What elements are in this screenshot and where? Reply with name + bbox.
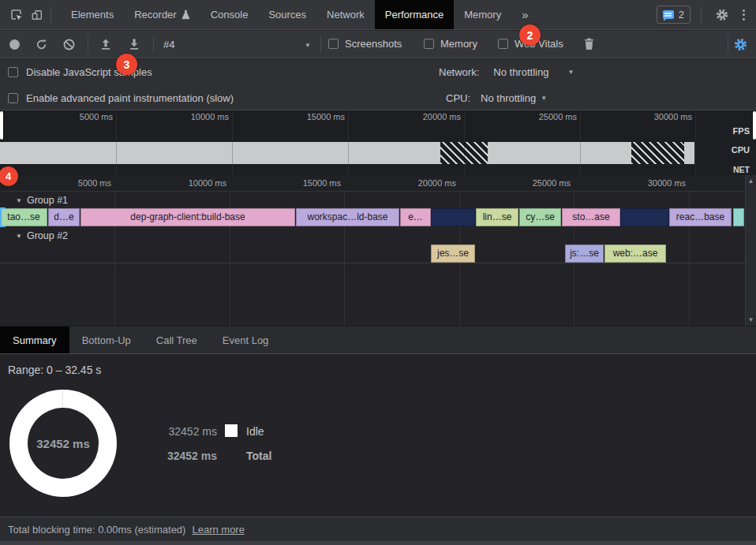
ruler-tick: 20000 ms [401,178,456,188]
performance-toolbar: #4 ▼ Screenshots Memory Web Vitals [0,31,756,58]
tab-label: Performance [385,9,443,21]
network-throttling-control: Network: No throttling ▼ [439,66,574,78]
overview-left-handle[interactable] [0,111,3,140]
record-button[interactable] [9,39,20,50]
history-select[interactable]: #4 [163,39,174,50]
flask-icon [182,9,190,20]
flame-ruler: 5000 ms 10000 ms 15000 ms 20000 ms 25000… [0,175,745,192]
paint-instrumentation-checkbox[interactable]: Enable advanced paint instrumentation (s… [8,92,234,104]
tab-memory[interactable]: Memory [454,0,511,29]
capture-settings-gear-icon[interactable] [733,37,748,52]
legend-total-label: Total [246,450,271,462]
flame-bar[interactable]: jes…se [431,245,475,263]
checkbox-box[interactable] [328,39,339,49]
history-dropdown-caret-icon[interactable]: ▼ [305,42,311,49]
overview-right-handle[interactable] [753,111,756,140]
group-1-header[interactable]: ▼ Group #1 [16,195,68,206]
inspect-element-icon[interactable] [6,5,27,25]
tab-label: Bottom-Up [82,334,131,346]
tab-label: Console [211,9,249,21]
legend-idle-swatch [225,424,238,437]
flame-bar[interactable]: web:…ase [604,245,666,263]
tab-label: Sources [268,9,306,21]
dropdown-caret-icon[interactable]: ▼ [541,95,547,102]
tab-elements[interactable]: Elements [61,0,124,29]
cpu-throttling-select[interactable]: No throttling [481,92,536,104]
checkbox-box[interactable] [8,67,18,77]
menu-kebab-icon[interactable] [739,9,748,21]
tab-performance[interactable]: Performance [375,0,454,29]
scroll-up-icon[interactable]: ▲ [746,177,756,185]
checkbox-label: Memory [440,38,477,50]
flame-bar[interactable]: workspac…ld-base [296,208,399,226]
flame-bar[interactable]: dep-graph-client:build-base [80,208,295,226]
checkbox-box[interactable] [8,93,18,103]
memory-checkbox[interactable]: Memory [424,38,477,50]
footer-status-bar: Total blocking time: 0.00ms (estimated) … [0,517,756,541]
details-tabbar: Summary Bottom-Up Call Tree Event Log [0,326,756,354]
tab-summary[interactable]: Summary [0,327,69,353]
group-1-track: tao…se d…e dep-graph-client:build-base w… [0,208,745,226]
flame-bar[interactable]: sto…ase [562,208,620,226]
divider [153,36,154,52]
flame-bar[interactable] [733,208,744,226]
save-profile-icon[interactable] [129,39,140,50]
flame-chart[interactable]: 5000 ms 10000 ms 15000 ms 20000 ms 25000… [0,175,756,326]
issues-count: 2 [679,9,684,21]
flame-bar[interactable]: cy…se [519,208,561,226]
total-blocking-time-text: Total blocking time: 0.00ms (estimated) [8,524,185,536]
panel-tabs: Elements Recorder Console Sources Networ… [61,0,538,29]
load-profile-icon[interactable] [100,39,111,50]
tab-recorder[interactable]: Recorder [124,0,200,29]
tab-bottom-up[interactable]: Bottom-Up [69,327,144,353]
legend-total-value: 32452 ms [162,450,217,462]
tab-label: Call Tree [156,334,197,346]
flame-bar[interactable]: lin…se [476,208,518,226]
collapse-triangle-icon[interactable]: ▼ [16,197,22,204]
ruler-tick: 15000 ms [286,178,341,188]
clear-icon[interactable] [63,39,75,50]
checkbox-label: Screenshots [345,38,402,50]
tab-sources[interactable]: Sources [258,0,316,29]
net-lane-label: NET [731,165,752,174]
tab-label: Event Log [223,334,269,346]
collapse-triangle-icon[interactable]: ▼ [16,233,22,240]
screenshots-checkbox[interactable]: Screenshots [328,38,402,50]
group-2-header[interactable]: ▼ Group #2 [16,230,68,241]
overview-tick: 25000 ms [522,112,577,121]
tab-event-log[interactable]: Event Log [210,327,282,353]
overview-tick: 10000 ms [174,112,229,121]
dropdown-caret-icon[interactable]: ▼ [567,69,574,76]
tab-console[interactable]: Console [200,0,259,29]
checkbox-box[interactable] [424,39,434,49]
flame-scrollbar[interactable]: ▲ ▼ [745,175,756,326]
flame-bar[interactable]: js:…se [565,245,604,263]
tab-network[interactable]: Network [316,0,375,29]
device-toolbar-icon[interactable] [27,5,47,25]
tab-call-tree[interactable]: Call Tree [144,327,210,353]
tab-label: Network [327,9,365,21]
scroll-down-icon[interactable]: ▼ [746,316,756,323]
overview-tick: 20000 ms [406,112,461,121]
issues-bubble-icon [663,10,674,19]
summary-panel: Range: 0 – 32.45 s 32452 ms 32452 ms Idl… [0,355,756,517]
flame-bar[interactable] [620,208,669,226]
group-label: Group #1 [27,195,68,206]
reload-and-record-icon[interactable] [36,39,47,50]
learn-more-link[interactable]: Learn more [192,524,244,536]
settings-gear-icon[interactable] [712,5,732,25]
divider [51,7,51,23]
donut-hole: 32452 ms [28,408,99,479]
annotation-badge-2: 2 [519,24,541,46]
network-label: Network: [439,66,479,78]
timeline-overview[interactable]: 5000 ms 10000 ms 15000 ms 20000 ms 25000… [0,110,756,175]
trash-icon[interactable] [584,38,594,50]
flame-bar[interactable]: e… [400,208,431,226]
flame-bar[interactable]: reac…base [669,208,732,226]
flame-bar[interactable]: d…e [48,208,80,226]
issues-counter[interactable]: 2 [657,6,691,24]
flame-bar[interactable]: tao…se [0,208,47,226]
network-throttling-select[interactable]: No throttling [493,66,548,78]
checkbox-box[interactable] [498,39,508,49]
flame-bar[interactable] [431,208,476,226]
